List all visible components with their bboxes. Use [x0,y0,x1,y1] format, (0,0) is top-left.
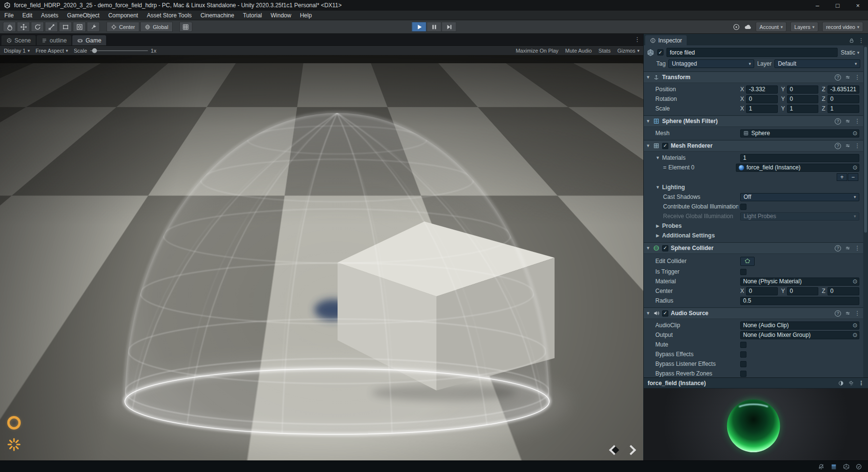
tag-dropdown[interactable]: Untagged▾ [668,59,754,68]
mesh-filter-header[interactable]: ▼ Sphere (Mesh Filter) ? [644,116,863,127]
object-picker-icon[interactable]: ⊙ [853,332,857,338]
scale-slider[interactable] [90,50,148,51]
layer-dropdown[interactable]: Default▾ [774,59,860,68]
light-icon[interactable] [848,380,854,386]
scale-slider-thumb[interactable] [92,48,97,53]
preview-menu-icon[interactable]: ⋮ [858,380,864,387]
mesh-object-field[interactable]: Sphere ⊙ [740,129,859,138]
output-field[interactable]: None (Audio Mixer Group) ⊙ [740,331,859,339]
pause-button[interactable] [427,22,442,32]
drag-handle-icon[interactable]: = [663,164,666,171]
scale-y-field[interactable]: 1 [787,105,819,113]
center-x-field[interactable]: 0 [746,287,778,295]
maximize-on-play-toggle[interactable]: Maximize On Play [515,48,558,54]
additional-settings-foldout[interactable]: ▶ Additional Settings [644,231,863,240]
minimize-button[interactable]: – [807,0,827,11]
menu-assets[interactable]: Assets [37,11,63,20]
layers-stack-icon[interactable] [830,463,837,470]
probes-foldout[interactable]: ▶ Probes [644,221,863,231]
menu-edit[interactable]: Edit [18,11,37,20]
rect-tool-button[interactable] [59,22,72,32]
rotation-z-field[interactable]: 0 [827,95,859,103]
object-picker-icon[interactable]: ⊙ [853,130,857,137]
preset-icon[interactable] [845,118,851,124]
services-icon[interactable] [732,23,740,31]
foldout-icon[interactable]: ▼ [646,75,651,80]
scale-x-field[interactable]: 1 [746,105,778,113]
center-y-field[interactable]: 0 [787,287,819,295]
play-button[interactable] [412,22,427,32]
move-tool-button[interactable] [17,22,30,32]
material-preview-canvas[interactable] [644,389,868,460]
prev-arrow[interactable] [609,445,619,455]
rotate-tool-button[interactable] [31,22,44,32]
tab-outline[interactable]: outline [37,35,71,45]
help-icon[interactable]: ? [835,245,841,251]
activity-progress-icon[interactable] [855,463,862,470]
menu-tutorial[interactable]: Tutorial [239,11,267,20]
material-element-field[interactable]: force_field (Instance) ⊙ [736,164,859,172]
menu-cinemachine[interactable]: Cinemachine [196,11,239,20]
inspector-scrollbar-thumb[interactable] [864,47,867,233]
custom-tool-button[interactable] [87,22,100,32]
mesh-renderer-enabled-checkbox[interactable]: ✓ [662,143,668,149]
cast-shadows-dropdown[interactable]: Off ▾ [740,193,859,201]
physic-material-field[interactable]: None (Physic Material) ⊙ [740,278,859,286]
display-dropdown[interactable]: Display 1▾ [4,48,30,54]
package-icon[interactable] [843,463,850,470]
object-picker-icon[interactable]: ⊙ [853,322,857,329]
is-trigger-checkbox[interactable] [740,269,746,275]
cloud-icon[interactable] [744,23,752,31]
help-icon[interactable]: ? [835,143,841,149]
bypass-reverb-checkbox[interactable] [740,371,746,377]
audio-source-header[interactable]: ▼ ✓ Audio Source ? [644,308,863,319]
step-button[interactable] [442,22,457,32]
sphere-collider-enabled-checkbox[interactable]: ✓ [662,245,668,251]
menu-asset-store-tools[interactable]: Asset Store Tools [142,11,196,20]
lighting-foldout[interactable]: ▼ Lighting [644,182,863,192]
bell-icon[interactable] [818,463,825,470]
materials-row[interactable]: ▼ Materials 1 [644,153,863,163]
menu-help[interactable]: Help [296,11,316,20]
help-icon[interactable]: ? [835,74,841,81]
position-x-field[interactable]: -3.332 [746,85,778,94]
position-z-field[interactable]: -3.635121 [827,85,859,94]
material-preview-header[interactable]: force_field (Instance) ⋮ [644,378,868,389]
inspector-scrollbar[interactable] [863,45,868,377]
grid-snap-button[interactable] [179,22,192,32]
stats-toggle[interactable]: Stats [598,48,610,54]
tab-scene[interactable]: Scene [1,35,36,45]
tab-inspector[interactable]: Inspector [645,35,687,45]
lock-icon[interactable] [849,38,854,43]
component-menu-icon[interactable]: ⋮ [854,310,860,317]
add-material-button[interactable]: + [837,173,847,181]
scale-z-field[interactable]: 1 [827,105,859,113]
preset-icon[interactable] [845,143,851,149]
inspector-menu-icon[interactable]: ⋮ [858,37,864,44]
mesh-renderer-header[interactable]: ▼ ✓ Mesh Renderer ? [644,140,863,152]
contribute-gi-checkbox[interactable] [740,204,746,210]
vfx-burst-icon[interactable] [7,437,21,452]
pivot-toggle[interactable]: Center [107,22,139,32]
rotation-y-field[interactable]: 0 [787,95,819,103]
edit-collider-button[interactable] [740,257,755,266]
menu-window[interactable]: Window [266,11,296,20]
remove-material-button[interactable]: − [848,173,858,181]
menu-component[interactable]: Component [104,11,142,20]
preset-icon[interactable] [845,74,851,80]
aspect-dropdown[interactable]: Free Aspect▾ [36,48,68,54]
bypass-listener-checkbox[interactable] [740,361,746,367]
static-dropdown[interactable]: Static▾ [841,49,860,56]
layers-dropdown[interactable]: Layers▾ [790,22,818,32]
component-menu-icon[interactable]: ⋮ [854,74,860,81]
scale-tool-button[interactable] [45,22,58,32]
position-y-field[interactable]: 0 [787,85,819,94]
center-z-field[interactable]: 0 [827,287,859,295]
vfx-ring-icon[interactable] [7,416,21,430]
active-checkbox[interactable]: ✓ [657,49,664,56]
menu-gameobject[interactable]: GameObject [63,11,104,20]
transform-header[interactable]: ▼ Transform ? [644,72,863,83]
close-button[interactable]: × [848,0,868,11]
audio-source-enabled-checkbox[interactable]: ✓ [662,310,668,317]
materials-size-field[interactable]: 1 [740,154,859,162]
